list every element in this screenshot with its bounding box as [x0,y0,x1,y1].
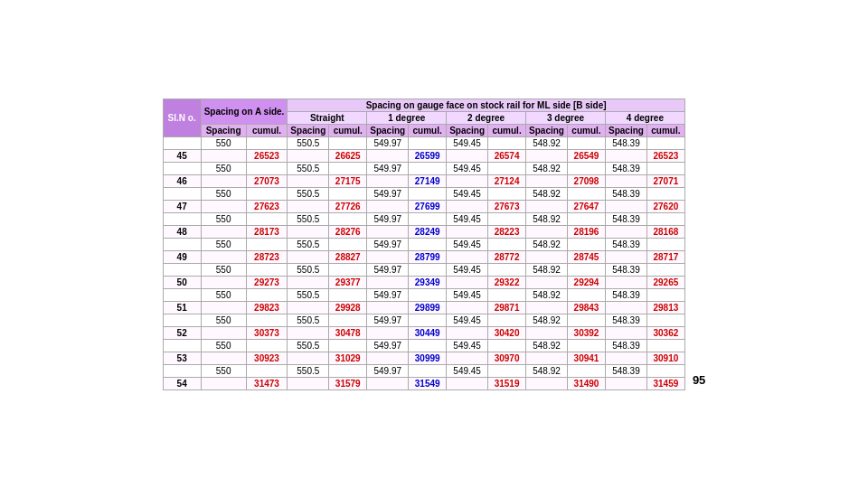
d4-cumul-header: cumul. [646,124,684,136]
d2-spacing-cell: 549.45 [447,238,488,250]
d4-sp-empty [605,352,646,364]
d1-sp-empty [367,301,409,314]
d1-spacing-header: Spacing [367,124,409,136]
s-cumul-val: 27175 [329,174,367,187]
d1-cumul-val: 28799 [409,250,447,263]
sl-cell [163,212,201,225]
s-spacing-cell: 550.5 [288,136,329,149]
spa-spacing-cell: 550 [201,238,246,250]
d3-cumul-val: 28745 [567,250,605,263]
spa-cumul-val: 26523 [246,149,288,162]
d4-cumul-val: 31459 [646,377,684,389]
d1-cumul-val: 30449 [409,326,447,339]
sl-num-cell: 47 [163,200,201,212]
d4-cumul-cell [646,162,684,174]
d1-sp-empty [367,326,409,339]
spa-cumul-val: 28173 [246,225,288,238]
s-cumul-val: 29928 [329,301,367,314]
d1-sp-empty [367,250,409,263]
d1-sp-empty [367,352,409,364]
d2-spacing-cell: 549.45 [447,263,488,276]
d1-sp-empty [367,225,409,238]
d2-cumul-val: 29871 [488,301,526,314]
d3-spacing-cell: 548.92 [526,314,568,326]
d2-spacing-cell: 549.45 [447,314,488,326]
spa-cumul-cell [246,238,288,250]
d3-spacing-cell: 548.92 [526,136,568,149]
s-sp-empty [288,276,329,288]
sl-num-cell: 53 [163,352,201,364]
d1-sp-empty [367,377,409,389]
d2-cumul-cell [488,162,526,174]
three-degree-header: 3 degree [526,111,606,124]
d2-spacing-cell: 549.45 [447,212,488,225]
d2-spacing-cell: 549.45 [447,364,488,377]
s-cumul-cell [329,187,367,200]
d4-spacing-cell: 548.39 [605,288,646,301]
d3-cumul-cell [567,263,605,276]
sl-num-cell: 48 [163,225,201,238]
s-cumul-val: 28276 [329,225,367,238]
s-cumul-cell [329,339,367,352]
d3-sp-empty [526,149,568,162]
d1-cumul-cell [409,263,447,276]
d4-sp-empty [605,174,646,187]
d1-spacing-cell: 549.97 [367,162,409,174]
s-sp-empty [288,200,329,212]
sl-cell [163,314,201,326]
d3-sp-empty [526,326,568,339]
d2-sp-empty [447,250,488,263]
sl-num-cell: 52 [163,326,201,339]
spa-cumul-cell [246,136,288,149]
spa-sp-empty [201,200,246,212]
spa-cumul-val: 29273 [246,276,288,288]
spa-cumul-cell [246,263,288,276]
spa-cumul-val: 30923 [246,352,288,364]
s-sp-empty [288,301,329,314]
d3-sp-empty [526,276,568,288]
d4-cumul-val: 27620 [646,200,684,212]
s-cumul-cell [329,263,367,276]
d3-spacing-header: Spacing [526,124,568,136]
d4-spacing-cell: 548.39 [605,136,646,149]
d3-cumul-cell [567,364,605,377]
spa-sp-empty [201,149,246,162]
d3-sp-empty [526,174,568,187]
d3-cumul-val: 27098 [567,174,605,187]
spa-cumul-cell [246,162,288,174]
d2-cumul-val: 27124 [488,174,526,187]
d2-cumul-cell [488,212,526,225]
sl-num-cell: 46 [163,174,201,187]
top-header: Spacing on gauge face on stock rail for … [288,99,685,111]
d4-sp-empty [605,276,646,288]
s-spacing-cell: 550.5 [288,212,329,225]
straight-header: Straight [288,111,367,124]
s-spacing-cell: 550.5 [288,288,329,301]
d1-cumul-cell [409,136,447,149]
sl-cell [163,162,201,174]
d3-cumul-header: cumul. [567,124,605,136]
sl-num-cell: 50 [163,276,201,288]
s-sp-empty [288,352,329,364]
spa-cumul-cell [246,314,288,326]
d2-cumul-cell [488,263,526,276]
d3-cumul-cell [567,314,605,326]
spa-spacing-cell: 550 [201,364,246,377]
spa-spacing-cell: 550 [201,288,246,301]
d2-sp-empty [447,352,488,364]
s-sp-empty [288,326,329,339]
d2-spacing-header: Spacing [447,124,488,136]
main-table: Sl.N o. Spacing on A side. Spacing on ga… [163,99,685,390]
s-cumul-cell [329,162,367,174]
d4-cumul-val: 30910 [646,352,684,364]
d3-spacing-cell: 548.92 [526,364,568,377]
d3-cumul-cell [567,187,605,200]
sl-cell [163,238,201,250]
spa-cumul-cell [246,364,288,377]
d4-spacing-cell: 548.39 [605,314,646,326]
d4-sp-empty [605,377,646,389]
spa-spacing-cell: 550 [201,314,246,326]
spa-spacing-header: Spacing [201,124,246,136]
spa-cumul-val: 28723 [246,250,288,263]
d1-spacing-cell: 549.97 [367,238,409,250]
